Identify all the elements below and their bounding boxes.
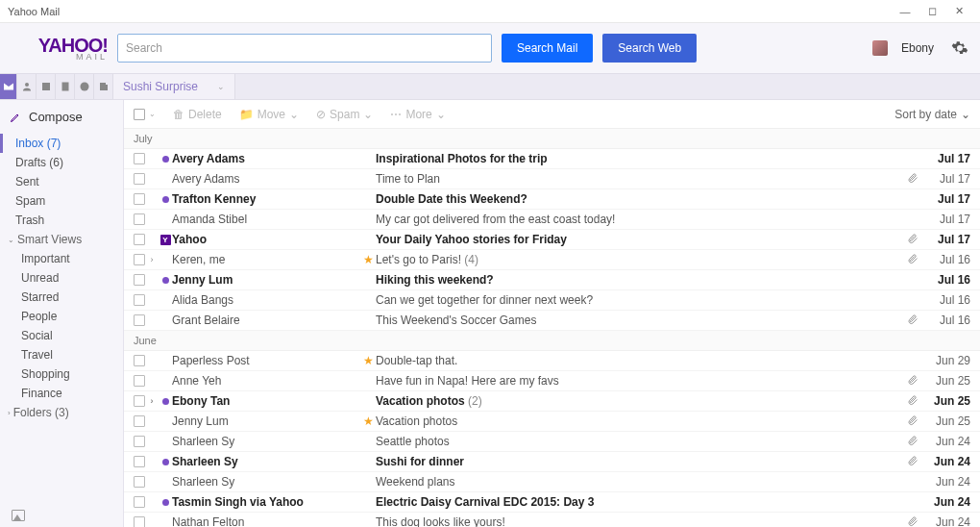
- message-row[interactable]: Sharleen SyWeekend plansJun 24: [124, 472, 980, 492]
- row-checkbox[interactable]: [134, 516, 145, 527]
- list-toolbar: ⌄ 🗑 Delete 📁 Move ⌄ ⊘ Spam ⌄ ⋯ More ⌄ So…: [124, 100, 980, 129]
- smartview-item[interactable]: People: [0, 307, 123, 326]
- smart-views-header[interactable]: ⌄Smart Views: [0, 230, 123, 249]
- expand-icon[interactable]: ›: [145, 255, 159, 264]
- smartview-item[interactable]: Shopping: [0, 364, 123, 384]
- select-all-checkbox[interactable]: [134, 109, 145, 120]
- date: Jul 17: [924, 152, 970, 165]
- row-checkbox[interactable]: [134, 294, 145, 306]
- smartview-item[interactable]: Finance: [0, 384, 123, 403]
- message-row[interactable]: ›Keren, me★Let's go to Paris! (4)Jul 16: [124, 250, 980, 270]
- message-row[interactable]: Alida BangsCan we get together for dinne…: [124, 290, 980, 311]
- select-all-dropdown[interactable]: ⌄: [149, 110, 156, 118]
- mail-tab-icon[interactable]: [0, 74, 17, 99]
- folder-item[interactable]: Spam: [0, 191, 123, 211]
- search-input[interactable]: Search: [117, 34, 492, 63]
- date: Jun 24: [924, 475, 970, 489]
- message-row[interactable]: Anne YehHave fun in Napa! Here are my fa…: [124, 371, 980, 391]
- row-checkbox[interactable]: [134, 213, 145, 225]
- message-row[interactable]: Avery AdamsInspirational Photos for the …: [124, 149, 980, 169]
- search-web-button[interactable]: Search Web: [602, 34, 697, 63]
- row-checkbox[interactable]: [134, 234, 145, 245]
- row-checkbox[interactable]: [134, 456, 145, 467]
- subject: Inspirational Photos for the trip: [376, 152, 907, 165]
- close-button[interactable]: ✕: [945, 5, 972, 17]
- row-checkbox[interactable]: [134, 476, 145, 488]
- gear-icon[interactable]: [951, 39, 968, 57]
- folder-item[interactable]: Sent: [0, 172, 123, 191]
- attachment-icon: [907, 455, 924, 469]
- row-checkbox[interactable]: [134, 254, 145, 265]
- group-header: June: [124, 331, 980, 351]
- smartview-item[interactable]: Social: [0, 326, 123, 345]
- message-row[interactable]: Jenny Lum★Vacation photosJun 25: [124, 412, 980, 432]
- news-tab-icon[interactable]: [94, 74, 113, 99]
- subject: Let's go to Paris! (4): [376, 253, 907, 266]
- date: Jul 17: [924, 172, 970, 186]
- row-checkbox[interactable]: [134, 153, 145, 164]
- subject: Vacation photos (2): [376, 394, 907, 408]
- compose-button[interactable]: Compose: [0, 106, 123, 134]
- maximize-button[interactable]: ◻: [919, 5, 945, 17]
- date: Jul 16: [924, 314, 970, 327]
- username-label[interactable]: Ebony: [901, 41, 934, 55]
- row-checkbox[interactable]: [134, 193, 145, 205]
- sender: Sharleen Sy: [172, 435, 360, 448]
- image-icon[interactable]: [12, 510, 25, 521]
- folder-item[interactable]: Inbox (7): [0, 134, 123, 153]
- message-row[interactable]: Sharleen SySeattle photosJun 24: [124, 432, 980, 452]
- message-row[interactable]: Grant BelaireThis Weekend's Soccer Games…: [124, 311, 980, 331]
- row-checkbox[interactable]: [134, 314, 145, 326]
- row-checkbox[interactable]: [134, 173, 145, 185]
- minimize-button[interactable]: —: [892, 6, 919, 17]
- notes-tab-icon[interactable]: [56, 74, 75, 99]
- smartview-item[interactable]: Important: [0, 249, 123, 268]
- message-row[interactable]: Amanda StibelMy car got delivered from t…: [124, 210, 980, 230]
- sender: Sharleen Sy: [172, 475, 360, 489]
- message-row[interactable]: Sharleen SySushi for dinnerJun 24: [124, 452, 980, 472]
- message-row[interactable]: Trafton KenneyDouble Date this Weekend?J…: [124, 189, 980, 210]
- row-checkbox[interactable]: [134, 395, 145, 407]
- search-mail-button[interactable]: Search Mail: [502, 34, 593, 63]
- row-checkbox[interactable]: [134, 375, 145, 387]
- expand-icon[interactable]: ›: [145, 396, 159, 406]
- sidebar: Compose Inbox (7)Drafts (6)SentSpamTrash…: [0, 100, 123, 527]
- smartview-item[interactable]: Unread: [0, 268, 123, 288]
- message-row[interactable]: Tasmin Singh via YahooElectric Daisy Car…: [124, 492, 980, 513]
- message-row[interactable]: Jenny LumHiking this weekend?Jul 16: [124, 270, 980, 290]
- row-checkbox[interactable]: [134, 274, 145, 286]
- subject: Have fun in Napa! Here are my favs: [376, 374, 907, 388]
- subject: Time to Plan: [376, 172, 907, 186]
- move-button[interactable]: 📁 Move ⌄: [239, 108, 299, 121]
- message-row[interactable]: YYahooYour Daily Yahoo stories for Frida…: [124, 230, 980, 250]
- row-checkbox[interactable]: [134, 436, 145, 447]
- row-checkbox[interactable]: [134, 355, 145, 366]
- date: Jun 24: [924, 435, 970, 448]
- folder-item[interactable]: Trash: [0, 211, 123, 230]
- folders-header[interactable]: ›Folders (3): [0, 403, 123, 422]
- folder-item[interactable]: Drafts (6): [0, 153, 123, 172]
- unread-dot: Y: [159, 235, 172, 245]
- date: Jun 24: [924, 495, 970, 509]
- message-row[interactable]: Paperless Post★Double-tap that.Jun 29: [124, 351, 980, 371]
- calendar-tab-icon[interactable]: [37, 74, 56, 99]
- open-tab[interactable]: Sushi Surprise ⌄: [113, 74, 235, 99]
- delete-button[interactable]: 🗑 Delete: [173, 108, 222, 121]
- message-list[interactable]: JulyAvery AdamsInspirational Photos for …: [124, 129, 980, 527]
- smartview-item[interactable]: Starred: [0, 288, 123, 307]
- group-header: July: [124, 129, 980, 149]
- sort-dropdown[interactable]: Sort by date ⌄: [894, 108, 970, 121]
- message-row[interactable]: Nathan FeltonThis dog looks like yours!J…: [124, 513, 980, 527]
- spam-button[interactable]: ⊘ Spam ⌄: [316, 108, 373, 121]
- smartview-item[interactable]: Travel: [0, 345, 123, 364]
- row-checkbox[interactable]: [134, 496, 145, 508]
- unread-dot: [159, 499, 172, 506]
- print-tab-icon[interactable]: [75, 74, 94, 99]
- row-checkbox[interactable]: [134, 415, 145, 427]
- contacts-tab-icon[interactable]: [17, 74, 37, 99]
- more-button[interactable]: ⋯ More ⌄: [390, 108, 445, 121]
- message-row[interactable]: Avery AdamsTime to PlanJul 17: [124, 169, 980, 189]
- avatar[interactable]: [872, 40, 888, 56]
- message-row[interactable]: ›Ebony TanVacation photos (2)Jun 25: [124, 391, 980, 412]
- unread-dot: [159, 398, 172, 405]
